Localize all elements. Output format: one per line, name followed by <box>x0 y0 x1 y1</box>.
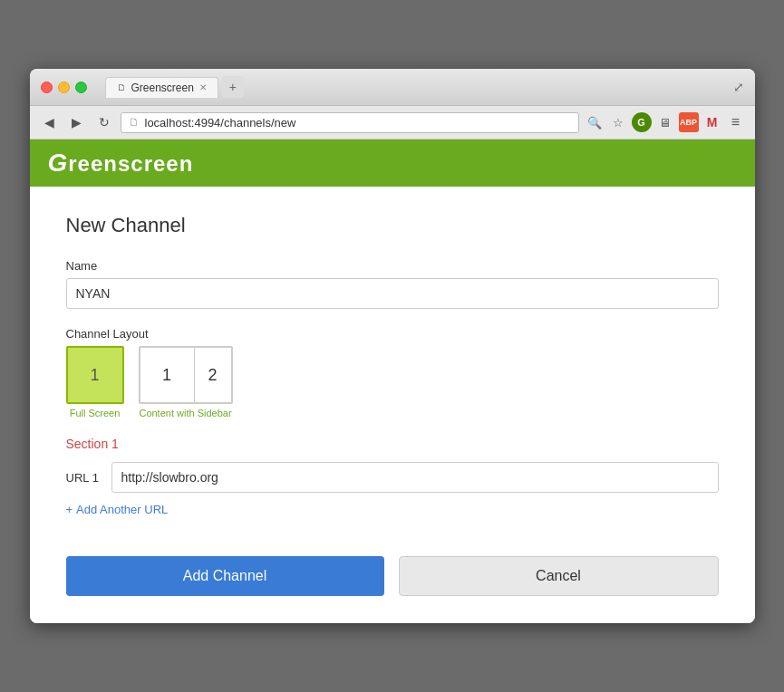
channel-layout-group: Channel Layout 1 Full Screen 1 2 Content… <box>66 327 719 418</box>
window-expand-button[interactable]: ⤢ <box>733 80 744 94</box>
active-tab[interactable]: 🗋 Greenscreen ✕ <box>105 77 218 98</box>
adblock-icon[interactable]: ABP <box>679 112 699 132</box>
close-button[interactable] <box>41 82 53 93</box>
url-input[interactable] <box>111 462 719 493</box>
url-label: URL 1 <box>66 471 102 485</box>
window-controls <box>41 82 87 93</box>
tab-favicon: 🗋 <box>117 82 126 92</box>
name-field-group: Name <box>66 259 719 309</box>
layout-full-screen-cell: 1 <box>68 348 122 402</box>
name-input[interactable] <box>66 278 719 309</box>
app-logo: Greenscreen <box>48 149 194 178</box>
section-label: Section <box>66 437 109 451</box>
section-title: Section 1 <box>66 437 719 451</box>
url-row: URL 1 <box>66 462 719 493</box>
back-button[interactable]: ◀ <box>39 111 61 133</box>
layout-sidebar[interactable]: 1 2 Content with Sidebar <box>139 346 233 418</box>
url-text: localhost:4994/channels/new <box>145 116 571 130</box>
tab-title: Greenscreen <box>131 82 194 94</box>
minimize-button[interactable] <box>58 82 70 93</box>
tab-close-button[interactable]: ✕ <box>199 82 207 92</box>
layout-full-screen-preview: 1 <box>66 346 124 404</box>
layout-sidebar-label: Content with Sidebar <box>139 408 231 418</box>
layout-full-screen[interactable]: 1 Full Screen <box>66 346 124 418</box>
section-group: Section 1 URL 1 + Add Another URL <box>66 437 719 534</box>
name-label: Name <box>66 259 719 273</box>
title-bar: 🗋 Greenscreen ✕ + ⤢ <box>30 69 755 106</box>
layout-sidebar-preview: 1 2 <box>139 346 233 404</box>
browser-window: 🗋 Greenscreen ✕ + ⤢ ◀ ▶ ↻ 🗋 localhost:49… <box>30 69 755 623</box>
section-number: 1 <box>111 437 119 451</box>
plus-icon: + <box>66 503 73 516</box>
cancel-button[interactable]: Cancel <box>399 556 719 596</box>
forward-button[interactable]: ▶ <box>66 111 88 133</box>
cast-icon[interactable]: 🖥 <box>655 112 675 132</box>
logo-rest: reenscreen <box>68 151 193 176</box>
nav-bar: ◀ ▶ ↻ 🗋 localhost:4994/channels/new 🔍 ☆ … <box>30 106 755 139</box>
app-body: New Channel Name Channel Layout 1 Full S… <box>30 187 755 623</box>
add-url-link[interactable]: + Add Another URL <box>66 503 169 516</box>
maximize-button[interactable] <box>75 82 87 93</box>
add-url-label: Add Another URL <box>76 503 168 516</box>
search-icon[interactable]: 🔍 <box>585 112 605 132</box>
layout-options: 1 Full Screen 1 2 Content with Sidebar <box>66 346 719 418</box>
greenscreen-ext-icon[interactable]: G <box>632 112 652 132</box>
app-header: Greenscreen <box>30 139 755 187</box>
channel-layout-label: Channel Layout <box>66 327 719 341</box>
add-channel-button[interactable]: Add Channel <box>66 556 384 596</box>
btn-row: Add Channel Cancel <box>66 556 719 596</box>
layout-sidebar-cell-1: 1 <box>140 348 195 402</box>
refresh-button[interactable]: ↻ <box>93 111 115 133</box>
bookmark-icon[interactable]: ☆ <box>608 112 628 132</box>
gmail-icon[interactable]: M <box>702 112 722 132</box>
tab-bar: 🗋 Greenscreen ✕ + <box>105 76 244 98</box>
page-title: New Channel <box>66 214 719 237</box>
new-tab-button[interactable]: + <box>222 76 244 98</box>
nav-icons: 🔍 ☆ G 🖥 ABP M ≡ <box>585 112 746 132</box>
url-bar[interactable]: 🗋 localhost:4994/channels/new <box>121 112 579 133</box>
layout-full-screen-label: Full Screen <box>70 408 121 418</box>
logo-g: G <box>48 149 69 177</box>
chrome-menu-icon[interactable]: ≡ <box>726 112 746 132</box>
url-icon: 🗋 <box>129 116 140 129</box>
layout-sidebar-cell-2: 2 <box>195 348 231 402</box>
